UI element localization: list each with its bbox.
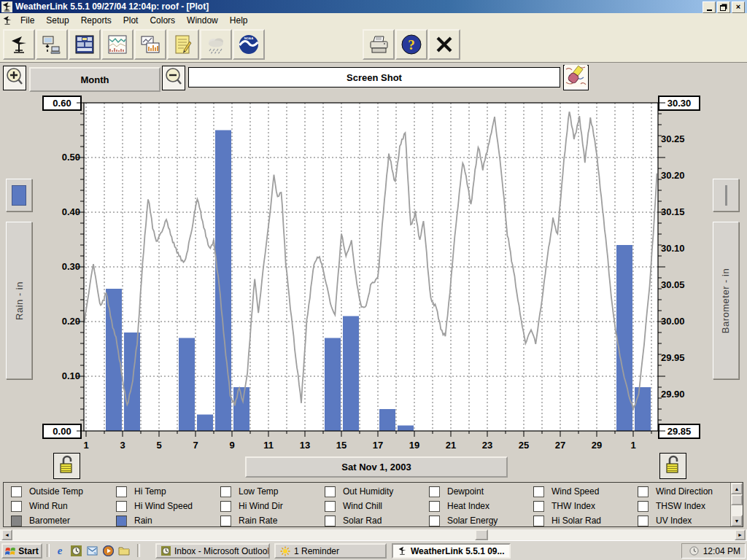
checkbox[interactable] <box>11 486 22 497</box>
plot-option-thsw-index[interactable]: THSW Index <box>638 500 705 512</box>
right-lock-button[interactable] <box>659 453 686 479</box>
menu-help[interactable]: Help <box>224 15 254 26</box>
help-button[interactable]: ? <box>395 29 427 60</box>
clear-plot-button[interactable] <box>563 65 589 90</box>
plot-option-hi-solar-rad[interactable]: Hi Solar Rad <box>533 515 601 526</box>
close-plot-button[interactable] <box>428 29 460 60</box>
tray-clock[interactable]: 12:04 PM <box>703 546 740 556</box>
scroll-up-button[interactable]: ▲ <box>731 483 743 494</box>
checkbox[interactable] <box>638 486 649 497</box>
plot-option-thw-index[interactable]: THW Index <box>533 500 595 512</box>
checkbox[interactable] <box>638 516 649 526</box>
outlook-icon[interactable] <box>70 545 82 556</box>
options-scrollbar[interactable]: ▲ ▼ <box>730 483 743 526</box>
weather-station-button[interactable] <box>3 29 35 60</box>
plot-chart[interactable]: 13579111315171921232527291 <box>75 99 667 452</box>
checkbox[interactable] <box>429 486 440 497</box>
system-tray: 12:04 PM <box>681 543 746 559</box>
checkbox[interactable] <box>429 516 440 526</box>
plot-option-out-humidity[interactable]: Out Humidity <box>325 486 393 497</box>
menu-setup[interactable]: Setup <box>40 15 74 26</box>
checkbox[interactable] <box>533 486 544 497</box>
outlook-express-icon[interactable] <box>86 545 98 556</box>
scroll-right-button[interactable]: ► <box>735 529 746 540</box>
checkbox[interactable] <box>116 501 127 512</box>
notes-button[interactable] <box>167 29 199 60</box>
checkbox[interactable] <box>533 501 544 512</box>
x-tick-label: 11 <box>263 440 274 451</box>
checkbox[interactable] <box>220 516 231 526</box>
bulletin-button[interactable] <box>69 29 101 60</box>
plot-option-heat-index[interactable]: Heat Index <box>429 500 489 512</box>
media-player-icon[interactable] <box>102 545 114 556</box>
right-axis-button[interactable]: Barometer - in <box>713 222 739 379</box>
plot-option-low-temp[interactable]: Low Temp <box>220 486 278 497</box>
download-button[interactable] <box>36 29 68 60</box>
checkbox[interactable] <box>638 501 649 512</box>
plot-option-solar-energy[interactable]: Solar Energy <box>429 515 498 526</box>
x-tick-label: 17 <box>373 440 383 451</box>
plot-option-hi-temp[interactable]: Hi Temp <box>116 486 166 497</box>
plot-reports-button[interactable] <box>134 29 166 60</box>
checkbox[interactable] <box>325 486 336 497</box>
zoom-out-button[interactable] <box>162 66 185 90</box>
zoom-in-button[interactable] <box>3 66 26 90</box>
checkbox[interactable] <box>220 501 231 512</box>
plot-option-uv-index[interactable]: UV Index <box>638 515 692 526</box>
scroll-down-button[interactable]: ▼ <box>731 515 743 526</box>
plot-option-barometer[interactable]: Barometer <box>11 515 70 526</box>
menu-window[interactable]: Window <box>181 15 224 26</box>
plot-option-wind-run[interactable]: Wind Run <box>11 500 68 512</box>
strip-chart-button[interactable] <box>101 29 133 60</box>
menu-reports[interactable]: Reports <box>75 15 117 26</box>
plot-option-hi-wind-dir[interactable]: Hi Wind Dir <box>220 500 283 512</box>
menu-colors[interactable]: Colors <box>144 15 181 26</box>
minimize-button[interactable] <box>703 1 716 13</box>
plot-horizontal-scrollbar[interactable]: ◄ ► <box>0 529 747 540</box>
checkbox[interactable] <box>11 516 22 526</box>
checkbox[interactable] <box>325 501 336 512</box>
interval-button[interactable]: Month <box>29 67 160 92</box>
rain-legend-button[interactable] <box>6 179 32 211</box>
print-button[interactable] <box>363 29 395 60</box>
checkbox[interactable] <box>116 516 127 526</box>
menu-file[interactable]: File <box>15 15 40 26</box>
internet-explorer-icon[interactable]: e <box>54 545 66 556</box>
scroll-left-button[interactable]: ◄ <box>1 529 12 540</box>
plot-option-hi-wind-speed[interactable]: Hi Wind Speed <box>116 500 193 512</box>
plot-option-outside-temp[interactable]: Outside Temp <box>11 486 83 497</box>
checkbox[interactable] <box>11 501 22 512</box>
task-weatherlink[interactable]: WeatherLink 5.5.1 09... <box>392 543 511 559</box>
storm-data-button[interactable] <box>200 29 232 60</box>
scroll-thumb[interactable] <box>731 494 743 505</box>
plot-option-dewpoint[interactable]: Dewpoint <box>429 486 484 497</box>
restore-button[interactable] <box>717 1 730 13</box>
plot-option-wind-speed[interactable]: Wind Speed <box>533 486 599 497</box>
plot-option-label: Low Temp <box>239 486 278 497</box>
date-navigator-button[interactable]: Sat Nov 1, 2003 <box>245 456 508 478</box>
plot-title-field[interactable]: Screen Shot <box>188 67 560 88</box>
left-lock-button[interactable] <box>53 453 80 479</box>
plot-option-solar-rad[interactable]: Solar Rad <box>325 515 382 526</box>
bulletin-icon <box>74 34 95 55</box>
close-button[interactable]: × <box>732 1 745 13</box>
noaa-button[interactable]: NOAA <box>233 29 265 60</box>
plot-option-wind-direction[interactable]: Wind Direction <box>638 486 713 497</box>
checkbox[interactable] <box>325 516 336 526</box>
start-button[interactable]: Start <box>1 543 42 559</box>
plot-option-wind-chill[interactable]: Wind Chill <box>325 500 382 512</box>
menu-plot[interactable]: Plot <box>117 15 144 26</box>
checkbox[interactable] <box>116 486 127 497</box>
plot-option-rain[interactable]: Rain <box>116 515 152 526</box>
barometer-legend-button[interactable] <box>713 179 739 211</box>
left-axis-button[interactable]: Rain - in <box>6 222 32 379</box>
hscroll-thumb[interactable] <box>475 529 488 540</box>
checkbox[interactable] <box>533 516 544 526</box>
plot-window-icon[interactable] <box>0 15 15 26</box>
plot-option-rain-rate[interactable]: Rain Rate <box>220 515 277 526</box>
folder-icon[interactable] <box>118 545 130 556</box>
checkbox[interactable] <box>220 486 231 497</box>
task-reminder[interactable]: 1 Reminder <box>274 543 387 559</box>
checkbox[interactable] <box>429 501 440 512</box>
task-inbox-outlook[interactable]: Inbox - Microsoft Outlook <box>155 543 270 559</box>
